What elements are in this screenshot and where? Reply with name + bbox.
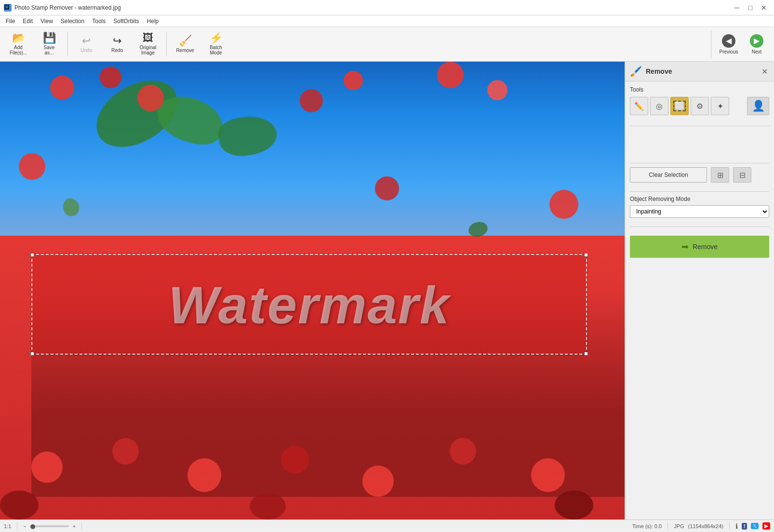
- select-all-button[interactable]: ⊞: [711, 167, 729, 183]
- redo-button[interactable]: ↪ Redo: [103, 30, 132, 59]
- handle-top-right[interactable]: [584, 253, 588, 257]
- toolbox-header: 🖌️ Remove ✕: [625, 62, 774, 81]
- save-icon: 💾: [43, 33, 56, 43]
- status-separator-2: [81, 522, 82, 530]
- time-label: Time (s): 0.0: [632, 523, 662, 529]
- toolbox-separator-2: [630, 163, 769, 163]
- menu-selection[interactable]: Selection: [57, 17, 88, 26]
- image-wrapper: Watermark: [0, 62, 625, 519]
- facebook-icon[interactable]: f: [742, 523, 747, 530]
- info-icon[interactable]: ℹ: [735, 522, 738, 530]
- original-image-button[interactable]: 🖼 OriginalImage: [133, 30, 162, 59]
- undo-button[interactable]: ↩ Undo: [72, 30, 101, 59]
- format-label: JPG: [674, 523, 684, 529]
- clear-selection-button[interactable]: Clear Selection: [630, 167, 707, 183]
- remove-btn-container: ➡ Remove: [625, 231, 774, 263]
- close-button[interactable]: ✕: [758, 2, 770, 13]
- toolbar-separator-2: [166, 32, 167, 56]
- remove-label: Remove: [176, 48, 194, 53]
- tools-row: ✏️ ◎ ⬜ ⚙ ✦: [630, 97, 769, 115]
- toolbox-icon: 🖌️: [630, 66, 642, 77]
- menu-view[interactable]: View: [37, 17, 57, 26]
- menu-file[interactable]: File: [2, 17, 19, 26]
- watermark-text: Watermark: [168, 274, 450, 335]
- remove-button-toolbar[interactable]: 🧹 Remove: [171, 30, 200, 59]
- menu-edit[interactable]: Edit: [19, 17, 37, 26]
- status-separator-3: [667, 522, 668, 530]
- canvas-area[interactable]: Watermark: [0, 62, 625, 519]
- previous-button[interactable]: ◀ Previous: [715, 30, 742, 59]
- toolbox-close-button[interactable]: ✕: [760, 66, 769, 76]
- lasso-icon: ⚙: [696, 102, 703, 111]
- mode-label: Object Removing Mode: [630, 196, 769, 202]
- batch-label: BatchMode: [210, 45, 222, 55]
- invert-selection-icon: ⊟: [739, 171, 746, 180]
- toolbox-preview-area: [625, 130, 774, 159]
- smart-tool-button[interactable]: 👤: [747, 97, 769, 115]
- tools-label: Tools: [630, 86, 769, 93]
- mode-section: Object Removing Mode Inpainting Content …: [625, 196, 774, 223]
- toolbox-title: 🖌️ Remove: [630, 66, 672, 77]
- remove-button[interactable]: ➡ Remove: [630, 236, 769, 258]
- batch-icon: ⚡: [210, 33, 223, 43]
- zoom-icon-plus[interactable]: +: [73, 523, 76, 529]
- selection-box[interactable]: Watermark: [31, 254, 587, 355]
- zoom-slider[interactable]: [30, 525, 69, 527]
- batch-mode-button[interactable]: ⚡ BatchMode: [201, 30, 230, 59]
- toolbox-separator-1: [630, 126, 769, 126]
- add-files-button[interactable]: 📂 AddFile(s)...: [4, 30, 33, 59]
- youtube-icon[interactable]: ▶: [762, 522, 770, 530]
- undo-icon: ↩: [82, 36, 91, 46]
- redo-icon: ↪: [113, 36, 121, 46]
- pencil-tool-button[interactable]: ✏️: [630, 97, 648, 115]
- undo-label: Undo: [80, 48, 92, 53]
- size-label: (1154x864x24): [688, 523, 723, 529]
- menu-softorbits[interactable]: SoftOrbits: [109, 17, 143, 26]
- next-button[interactable]: ▶ Next: [743, 30, 770, 59]
- lasso-tool-button[interactable]: ⚙: [691, 97, 709, 115]
- redo-label: Redo: [111, 48, 123, 53]
- original-icon: 🖼: [143, 33, 153, 43]
- status-separator-1: [17, 522, 17, 530]
- previous-label: Previous: [720, 49, 738, 54]
- status-separator-4: [729, 522, 730, 530]
- window-title: Photo Stamp Remover - watermarked.jpg: [14, 4, 731, 11]
- brush-tool-button[interactable]: ◎: [650, 97, 668, 115]
- toolbar: 📂 AddFile(s)... 💾 Saveas... ↩ Undo ↪ Red…: [0, 27, 774, 62]
- menu-tools[interactable]: Tools: [88, 17, 109, 26]
- main-area: Watermark 🖌️ Remove ✕ Tools: [0, 62, 774, 519]
- maximize-button[interactable]: □: [744, 2, 757, 13]
- brush-icon: ◎: [656, 102, 663, 111]
- mode-select[interactable]: Inpainting Content Aware Fill Smart Fill: [630, 205, 769, 218]
- rect-select-icon: ⬜: [673, 101, 686, 111]
- zoom-thumb[interactable]: [30, 524, 35, 529]
- toolbox-separator-4: [630, 226, 769, 227]
- title-bar: 🖼 Photo Stamp Remover - watermarked.jpg …: [0, 0, 774, 15]
- save-label: Saveas...: [44, 45, 55, 55]
- select-all-icon: ⊞: [717, 171, 723, 180]
- toolbar-separator-1: [67, 32, 68, 56]
- twitter-icon[interactable]: 𝕏: [751, 523, 759, 529]
- add-icon: 📂: [12, 33, 25, 43]
- rect-select-tool-button[interactable]: ⬜: [670, 97, 689, 115]
- remove-icon: 🧹: [179, 36, 192, 46]
- tools-section: Tools ✏️ ◎ ⬜ ⚙ ✦: [625, 81, 774, 122]
- handle-bottom-right[interactable]: [584, 352, 588, 356]
- minimize-button[interactable]: ─: [731, 2, 743, 13]
- nav-buttons: ◀ Previous ▶ Next: [711, 30, 770, 59]
- selection-actions-row: Clear Selection ⊞ ⊟: [625, 167, 774, 183]
- magic-wand-icon: ✦: [717, 102, 723, 111]
- smart-tool-icon: 👤: [752, 100, 765, 112]
- menu-help[interactable]: Help: [143, 17, 163, 26]
- zoom-icon-minus[interactable]: −: [23, 523, 26, 529]
- save-as-button[interactable]: 💾 Saveas...: [35, 30, 64, 59]
- magic-wand-tool-button[interactable]: ✦: [711, 97, 729, 115]
- next-icon: ▶: [750, 34, 763, 48]
- original-label: OriginalImage: [140, 45, 156, 55]
- handle-top-left[interactable]: [30, 253, 34, 257]
- handle-bottom-left[interactable]: [30, 352, 34, 356]
- previous-icon: ◀: [722, 34, 735, 48]
- add-label: AddFile(s)...: [10, 45, 27, 55]
- next-label: Next: [752, 49, 762, 54]
- invert-selection-button[interactable]: ⊟: [733, 167, 751, 183]
